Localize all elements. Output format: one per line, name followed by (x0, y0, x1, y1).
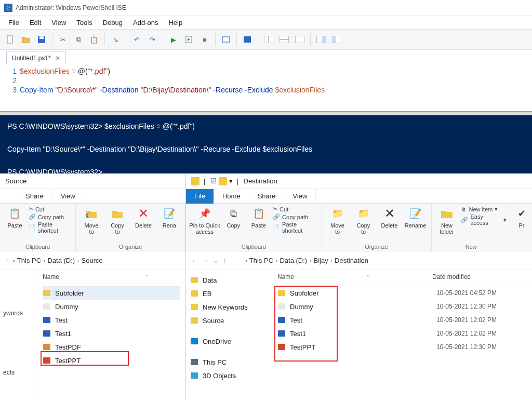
menu-edit[interactable]: Edit (24, 19, 46, 26)
share-tab[interactable]: Share (17, 189, 52, 204)
menu-tools[interactable]: Tools (71, 19, 97, 26)
close-icon[interactable]: ✕ (55, 55, 60, 62)
addon-icon[interactable] (329, 32, 344, 47)
delete-button[interactable]: ✕Delete (378, 206, 401, 235)
svg-rect-12 (322, 36, 326, 43)
tree-item[interactable]: New Keywords (190, 300, 268, 314)
rename-button[interactable]: 📝Rename (404, 206, 427, 235)
move-to-button[interactable]: 📁Move to (326, 206, 349, 235)
paste-button[interactable]: 📋Paste (4, 206, 25, 234)
col-name[interactable]: Name (277, 273, 294, 280)
new-folder-button[interactable]: New folder (436, 206, 458, 235)
list-item[interactable]: Test (43, 313, 180, 327)
cut-button[interactable]: ✂Cut (273, 206, 317, 212)
forward-icon[interactable]: → (202, 257, 209, 264)
pin-button[interactable]: 📌Pin to Quick access (190, 206, 219, 235)
paste-icon[interactable]: 📋 (87, 32, 101, 47)
view-tab[interactable]: View (284, 189, 316, 204)
copy-to-button[interactable]: Copy to (106, 206, 129, 235)
tree-item[interactable]: Source (190, 314, 268, 327)
script-editor[interactable]: 123 $exclusionFiles = @("*.pdf") Copy-It… (0, 64, 532, 111)
layout1-icon[interactable] (261, 32, 276, 47)
file-icon (43, 302, 51, 311)
crumb-pc[interactable]: This PC (249, 257, 273, 264)
list-item[interactable]: Subfolder (43, 286, 180, 300)
copy-path-button[interactable]: 🔗Copy path (29, 213, 71, 220)
delete-button[interactable]: ✕Delete (132, 206, 155, 235)
script-tab[interactable]: Untitled1.ps1* ✕ (6, 51, 66, 64)
crumb-bijay[interactable]: Bijay (314, 257, 328, 264)
clear-icon[interactable]: ↘ (108, 32, 123, 47)
save-icon[interactable] (34, 32, 49, 47)
crumb-source[interactable]: Source (82, 257, 103, 264)
file-tab[interactable]: File (186, 189, 214, 204)
rename-button[interactable]: 📝Rena (158, 206, 181, 235)
file-name: Subfolder (55, 289, 84, 297)
view-tab[interactable]: View (52, 189, 84, 204)
properties-button[interactable]: ✔Pr (515, 206, 528, 229)
copy-icon[interactable]: ⧉ (71, 32, 86, 47)
col-name[interactable]: Name (43, 273, 59, 280)
menu-debug[interactable]: Debug (98, 19, 128, 26)
paste-shortcut-button[interactable]: 📄Paste shortcut (273, 221, 317, 234)
copy-to-button[interactable]: 📁Copy to (352, 206, 375, 235)
layout3-icon[interactable] (292, 32, 307, 47)
menu-file[interactable]: File (3, 19, 24, 26)
open-icon[interactable] (19, 32, 33, 47)
paste-shortcut-button[interactable]: 📄Paste shortcut (29, 221, 71, 234)
console-pane[interactable]: PS C:\WINDOWS\system32> $exclusionFiles … (0, 115, 532, 173)
redo-icon[interactable]: ↷ (145, 32, 159, 47)
run-icon[interactable]: ▶ (166, 32, 181, 47)
file-icon (43, 316, 51, 324)
new-icon[interactable] (3, 32, 18, 47)
menu-view[interactable]: View (46, 19, 71, 26)
home-tab[interactable]: Home (214, 189, 249, 204)
undo-icon[interactable]: ↶ (129, 32, 144, 47)
cut-icon[interactable]: ✂ (56, 32, 70, 47)
copy-button[interactable]: ⧉Copy (222, 206, 245, 235)
toolbar-separator (258, 33, 258, 46)
toolbar: ✂ ⧉ 📋 ↘ ↶ ↷ ▶ ■ (0, 29, 532, 50)
tree-icon (190, 316, 198, 325)
new-item-button[interactable]: 🗎New item▾ (461, 206, 507, 212)
menu-addons[interactable]: Add-ons (128, 19, 163, 26)
tree-item[interactable]: This PC (190, 355, 268, 369)
remote-icon[interactable] (219, 32, 233, 47)
explorer-tabs: Share View (0, 189, 185, 204)
up-icon[interactable]: ↑ (223, 257, 227, 264)
paste-button[interactable]: 📋Paste (248, 206, 270, 235)
move-to-button[interactable]: Move to (80, 206, 103, 235)
history-icon[interactable]: ⌄ (213, 257, 219, 264)
commands-icon[interactable] (314, 32, 328, 47)
run-selection-icon[interactable] (182, 32, 196, 47)
col-date[interactable]: Date modified (432, 273, 471, 280)
blank-tab[interactable] (0, 189, 17, 204)
splitter[interactable] (0, 111, 532, 115)
file-name: TestPDF (55, 343, 81, 351)
back-icon[interactable]: ← (191, 257, 198, 264)
copy-path-button[interactable]: 🔗Copy path (273, 213, 317, 220)
sort-icon: ⌃ (145, 274, 149, 280)
sidebar-item[interactable]: ywords (3, 310, 34, 317)
tree-item[interactable]: OneDrive (190, 335, 268, 348)
crumb-destination[interactable]: Destination (335, 257, 368, 264)
list-item[interactable]: Dummy (43, 300, 180, 313)
layout2-icon[interactable] (277, 32, 291, 47)
list-item[interactable]: Test1 (43, 327, 180, 340)
menu-help[interactable]: Help (163, 19, 188, 26)
cut-button[interactable]: ✂Cut (29, 206, 71, 212)
sidebar-item[interactable]: ects (3, 369, 34, 376)
crumb-d[interactable]: Data (D:) (47, 257, 75, 264)
crumb-pc[interactable]: This PC (17, 257, 41, 264)
stop-icon[interactable]: ■ (197, 32, 212, 47)
tree-item[interactable]: 3D Objects (190, 369, 268, 382)
tree-item[interactable]: EB (190, 287, 268, 300)
tree-item[interactable]: Data (190, 273, 268, 287)
easy-access-button[interactable]: 🔗Easy access▾ (461, 213, 507, 226)
toolbar-separator (310, 33, 311, 46)
up-icon[interactable]: ↑ (5, 257, 9, 264)
new-powershell-icon[interactable] (240, 32, 255, 47)
share-tab[interactable]: Share (249, 189, 285, 204)
crumb-d[interactable]: Data (D:) (280, 257, 307, 264)
tree-icon (190, 276, 198, 284)
